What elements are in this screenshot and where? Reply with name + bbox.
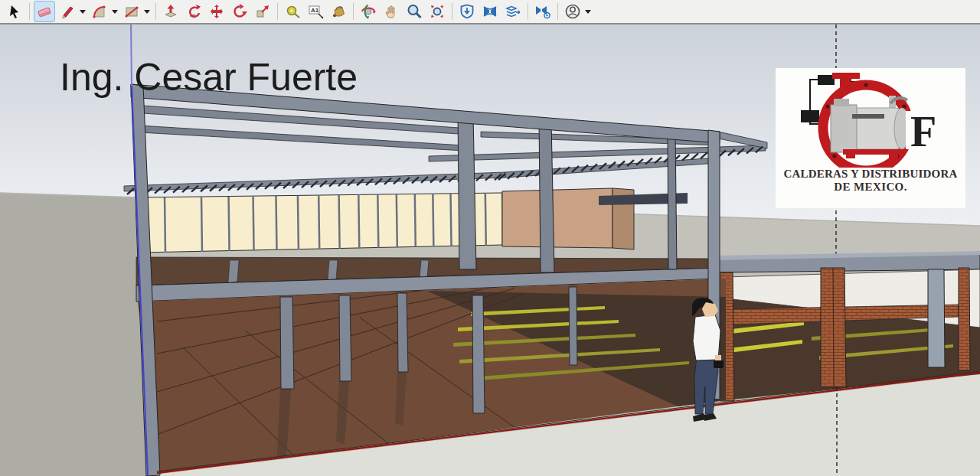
- follow-me-tool-icon[interactable]: [183, 1, 204, 22]
- pan-tool-icon[interactable]: [381, 1, 402, 22]
- logo-caption-line1: CALDERAS Y DISTRIBUIDORA: [776, 168, 965, 181]
- sketchup-window: A1: [0, 0, 980, 476]
- 3d-warehouse-icon[interactable]: [456, 1, 478, 22]
- rotate-tool-icon[interactable]: [229, 1, 250, 22]
- toolbar-separator: [155, 3, 156, 20]
- logo-caption: CALDERAS Y DISTRIBUIDORA DE MEXICO.: [776, 168, 965, 194]
- account-icon[interactable]: [562, 1, 583, 22]
- logo-caption-line2: DE MEXICO.: [776, 181, 965, 194]
- rectangle-tool-dropdown-icon[interactable]: [144, 10, 150, 14]
- toolbar-separator: [528, 3, 528, 20]
- extension-manager-icon[interactable]: [532, 1, 554, 22]
- line-tool-dropdown-icon[interactable]: [80, 10, 86, 14]
- components-icon[interactable]: [502, 1, 524, 22]
- back-wall[interactable]: [141, 188, 688, 253]
- model-annotation-text[interactable]: Ing. Cesar Fuerte: [60, 58, 358, 96]
- move-tool-icon[interactable]: [206, 1, 227, 22]
- scale-tool-icon[interactable]: [252, 1, 273, 22]
- text-tool-icon[interactable]: A1: [305, 1, 326, 22]
- tape-measure-tool-icon[interactable]: [282, 1, 303, 22]
- eraser-tool-icon[interactable]: [34, 1, 55, 22]
- arc-tool-icon[interactable]: [89, 1, 110, 22]
- account-dropdown-icon[interactable]: [585, 10, 591, 14]
- push-pull-tool-icon[interactable]: [160, 1, 181, 22]
- toolbar-separator: [452, 3, 452, 20]
- zoom-extents-tool-icon[interactable]: [426, 1, 448, 22]
- orbit-tool-icon[interactable]: [358, 1, 379, 22]
- line-tool-icon[interactable]: [57, 1, 78, 22]
- extension-warehouse-icon[interactable]: [479, 1, 501, 22]
- toolbar-separator: [557, 3, 558, 20]
- rectangle-tool-icon[interactable]: [121, 1, 142, 22]
- arc-tool-dropdown-icon[interactable]: [112, 10, 118, 14]
- toolbar: A1: [0, 0, 980, 24]
- model-viewport[interactable]: Ing. Cesar Fuerte: [0, 24, 980, 476]
- toolbar-separator: [353, 3, 354, 20]
- zoom-tool-icon[interactable]: [403, 1, 425, 22]
- toolbar-separator: [277, 3, 278, 20]
- text-tool-label: A1: [311, 7, 319, 14]
- paint-bucket-tool-icon[interactable]: [328, 1, 349, 22]
- company-logo[interactable]: F CALDERAS Y DISTRIBUIDORA DE MEXICO.: [776, 68, 965, 208]
- select-tool-icon[interactable]: [4, 1, 25, 22]
- toolbar-separator: [29, 3, 30, 20]
- logo-letter: F: [910, 108, 936, 155]
